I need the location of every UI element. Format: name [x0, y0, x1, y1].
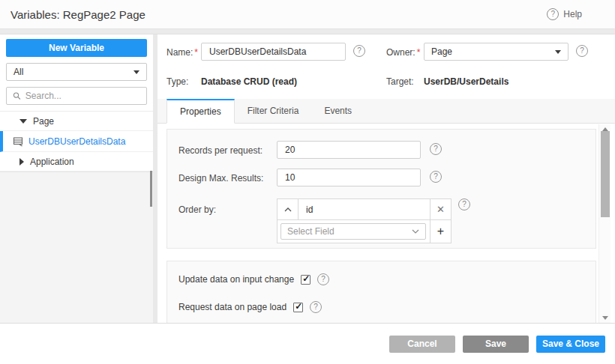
help-label: Help [563, 9, 582, 19]
required-asterisk: * [417, 47, 421, 58]
close-icon: ✕ [436, 204, 445, 215]
target-value: UserDB/UserDetails [424, 76, 508, 87]
remove-order-field-button[interactable]: ✕ [430, 199, 451, 219]
variable-detail-panel: Name:* ? Owner:* Page ? Type: Database C… [158, 34, 615, 323]
dialog-header: Variables: RegPage2 Page ? Help [0, 0, 615, 28]
tab-properties[interactable]: Properties [166, 99, 235, 124]
header-divider-band [0, 28, 615, 34]
design-max-results-help-icon[interactable]: ? [430, 171, 442, 183]
select-field-dropdown[interactable]: Select Field [280, 223, 426, 240]
owner-help-icon[interactable]: ? [576, 45, 588, 57]
scroll-down-arrow-icon[interactable] [602, 316, 608, 320]
update-data-on-input-change-checkbox[interactable] [301, 275, 310, 285]
plus-icon: + [437, 225, 444, 238]
caret-down-icon [134, 70, 140, 74]
update-data-on-input-change-row: Update data on input change ? [178, 273, 329, 285]
order-by-label: Order by: [178, 204, 216, 215]
checkbox-label: Update data on input change [178, 274, 294, 285]
add-order-field-button[interactable]: + [430, 220, 451, 243]
tree-item-label: UserDBUserDetailsData [28, 136, 125, 147]
properties-tab-content: Records per request: ? Design Max. Resul… [158, 124, 615, 323]
help-button[interactable]: ? Help [547, 8, 582, 20]
sort-direction-button[interactable] [278, 199, 298, 219]
help-circle-icon: ? [547, 8, 559, 20]
tab-events[interactable]: Events [311, 99, 364, 123]
search-icon [13, 91, 21, 100]
variables-sidebar: New Variable All Page [0, 34, 153, 323]
request-data-help-icon[interactable]: ? [310, 301, 322, 313]
variable-name-input[interactable] [201, 43, 346, 61]
name-help-icon[interactable]: ? [353, 45, 365, 57]
select-field-placeholder: Select Field [287, 226, 334, 237]
order-by-field-select[interactable]: id [298, 199, 430, 219]
search-box [6, 87, 147, 105]
page-title: Variables: RegPage2 Page [10, 8, 146, 21]
database-variable-icon [13, 136, 23, 147]
search-input[interactable] [26, 91, 140, 101]
design-max-results-input[interactable] [277, 169, 421, 186]
tree-item-page[interactable]: Page [0, 112, 153, 131]
expand-collapse-icon[interactable] [20, 119, 27, 124]
content-scrollbar-thumb[interactable] [601, 131, 610, 217]
records-per-request-help-icon[interactable]: ? [430, 143, 442, 155]
update-data-help-icon[interactable]: ? [317, 273, 329, 285]
variables-dialog: Variables: RegPage2 Page ? Help New Vari… [0, 0, 615, 364]
sidebar-controls: New Variable All [0, 34, 153, 111]
content-scrollbar[interactable] [598, 124, 610, 323]
variables-tree: Page UserDBUserDetailsData Application [0, 111, 153, 172]
chevron-down-icon [412, 229, 419, 234]
behavior-group: Update data on input change ? Request da… [166, 261, 596, 323]
type-label: Type: [166, 76, 188, 87]
records-per-request-label: Records per request: [178, 145, 262, 156]
target-label: Target: [386, 76, 414, 87]
new-variable-button[interactable]: New Variable [6, 39, 147, 57]
order-by-add-row: Select Field + [278, 220, 451, 243]
request-data-on-page-load-row: Request data on page load ? [178, 301, 322, 313]
sidebar-scrollbar-thumb[interactable] [150, 171, 152, 207]
chevron-up-icon [284, 207, 292, 212]
tab-filter-criteria[interactable]: Filter Criteria [235, 99, 312, 123]
caret-down-icon [555, 50, 561, 54]
design-max-results-label: Design Max. Results: [178, 173, 263, 183]
type-value: Database CRUD (read) [201, 76, 297, 87]
tree-item-label: Page [33, 116, 54, 127]
tree-item-label: Application [30, 157, 74, 167]
owner-value: Page [431, 46, 452, 57]
request-data-on-page-load-checkbox[interactable] [293, 303, 303, 312]
tree-item-application[interactable]: Application [0, 152, 153, 172]
expand-collapse-icon[interactable] [20, 158, 24, 166]
tree-item-userdbuserdetailsdata[interactable]: UserDBUserDetailsData [0, 131, 153, 152]
detail-tabbar: Properties Filter Criteria Events [158, 99, 615, 124]
data-settings-group: Records per request: ? Design Max. Resul… [166, 129, 596, 249]
owner-label: Owner:* [386, 47, 420, 58]
dialog-footer: Cancel Save Save & Close [0, 323, 615, 364]
required-asterisk: * [194, 47, 198, 58]
variable-filter-select[interactable]: All [6, 63, 147, 81]
checkbox-label: Request data on page load [178, 302, 286, 312]
variable-filter-value: All [14, 67, 23, 77]
save-and-close-button[interactable]: Save & Close [536, 336, 605, 353]
order-by-widget: id ✕ Select Field + [277, 198, 452, 243]
order-by-help-icon[interactable]: ? [458, 198, 470, 210]
owner-select[interactable]: Page [424, 43, 568, 61]
name-label: Name:* [166, 47, 198, 58]
save-button[interactable]: Save [463, 336, 529, 353]
order-by-entry-row: id ✕ [278, 199, 451, 220]
cancel-button[interactable]: Cancel [389, 336, 455, 353]
records-per-request-input[interactable] [277, 141, 421, 159]
